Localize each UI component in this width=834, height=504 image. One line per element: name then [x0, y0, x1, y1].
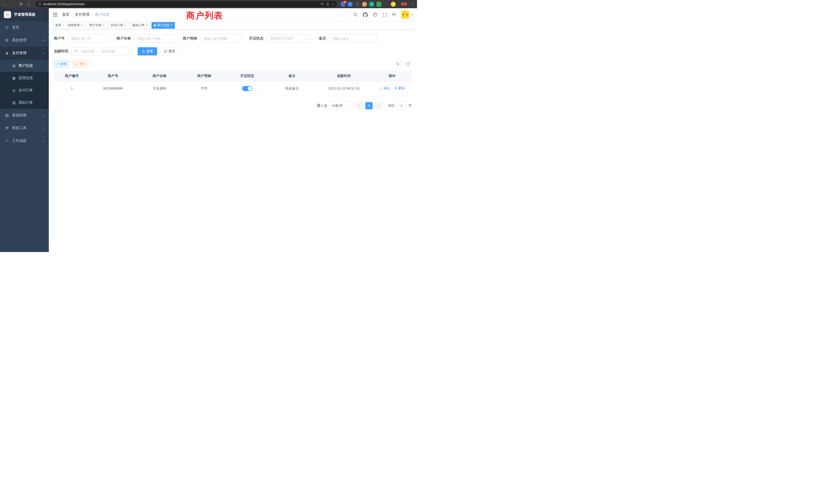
status-select[interactable]: 请选择开启状态 [266, 35, 312, 43]
tab-merchant-info[interactable]: 商户信息× [152, 22, 175, 29]
tab-label: 退款订单 [132, 23, 145, 27]
sidebar-logo[interactable]: 芋道管理系统 [0, 8, 49, 21]
user-avatar-menu[interactable] [401, 10, 413, 19]
cell-short-name: 芋艿 [183, 81, 226, 96]
browser-back-icon[interactable]: ← [3, 1, 9, 7]
extension-puzzle-icon[interactable]: 10 [341, 2, 345, 7]
breadcrumb-home[interactable]: 首页 [62, 12, 69, 17]
sidebar-item-home[interactable]: ⊙ 首页 [0, 21, 49, 34]
password-key-icon[interactable] [321, 2, 324, 6]
page-1-button[interactable]: 1 [366, 102, 373, 109]
tab-home[interactable]: 首页 [53, 22, 64, 29]
browser-reload-icon[interactable]: ↻ [18, 1, 24, 7]
edit-link[interactable]: 修改 [379, 86, 390, 91]
close-icon[interactable]: × [103, 24, 105, 27]
sidebar-item-refund-order[interactable]: ▥ 退款订单 [0, 96, 49, 109]
top-navbar: 首页 / 支付管理 / 商户信息 商户列表 ? T [49, 8, 417, 21]
sidebar-item-pay-order[interactable]: ◎ 支付订单 [0, 84, 49, 96]
bookmark-star-icon[interactable]: ☆ [331, 2, 334, 6]
page-size-select[interactable]: 10条/页 [329, 102, 354, 109]
date-end-input[interactable] [100, 49, 116, 53]
share-icon[interactable] [326, 2, 329, 6]
extension-smiley-icon[interactable] [391, 2, 396, 7]
goto-page-input[interactable] [396, 102, 407, 109]
remark-input[interactable] [329, 35, 377, 43]
refresh-table-icon[interactable] [404, 60, 412, 68]
table-header-row: 商户编号 商户号 商户全称 商户简称 开启状态 备注 创建时间 操作 [54, 71, 412, 81]
extension-icons: 10 [341, 2, 396, 7]
browser-home-icon[interactable]: ⌂ [26, 1, 32, 7]
status-toggle[interactable] [242, 86, 253, 91]
annotation-merchant-list: 商户列表 [186, 10, 223, 22]
close-icon[interactable]: × [171, 24, 173, 27]
close-icon[interactable]: × [146, 24, 148, 27]
extension-avatar-icon[interactable] [362, 2, 367, 7]
address-bar[interactable]: ⓘ localhost:1024/pay/merchant ☆ [36, 1, 337, 7]
url-text[interactable]: localhost:1024/pay/merchant [43, 2, 319, 6]
fullscreen-icon[interactable] [382, 13, 387, 17]
tab-refund-order[interactable]: 退款订单× [130, 22, 150, 29]
sidebar-item-devtools[interactable]: ⚒ 研发工具 [0, 122, 49, 135]
sidebar-item-merchant-info[interactable]: ▤ 商户信息 [0, 60, 49, 72]
merchant-icon: ▤ [12, 64, 16, 68]
col-header-merchant-no: 商户号 [90, 71, 136, 81]
col-header-status: 开启状态 [226, 71, 269, 81]
filter-remark: 备注 [319, 35, 377, 43]
filter-row-2: 创建时间 - 搜索 重置 [54, 47, 412, 55]
extension-doc-icon[interactable] [376, 2, 381, 7]
create-time-range-picker[interactable]: - [71, 47, 130, 55]
filter-label: 开启状态 [249, 36, 263, 41]
close-icon[interactable]: × [124, 24, 126, 27]
sidebar-item-system[interactable]: ⚙ 系统管理 [0, 34, 49, 47]
reset-button[interactable]: 重置 [160, 47, 179, 55]
rabbit-logo-icon [4, 11, 11, 19]
extension-dark-icon[interactable] [355, 2, 360, 7]
cell-create-time: 2021-10-23 08:31:14 [315, 81, 373, 96]
next-page-button[interactable] [375, 102, 382, 109]
page-info-icon[interactable]: ⓘ [38, 2, 41, 6]
toggle-search-icon[interactable] [394, 60, 401, 68]
github-icon[interactable] [363, 12, 368, 17]
tab-pay-order[interactable]: 支付订单× [108, 22, 128, 29]
search-button[interactable]: 搜索 [138, 47, 157, 55]
chrome-menu-icon[interactable]: ⋮ [411, 2, 414, 6]
search-icon[interactable] [353, 13, 358, 17]
full-name-input[interactable] [134, 35, 176, 43]
plus-icon: + [57, 62, 59, 66]
prev-page-button[interactable] [356, 102, 363, 109]
sidebar: 芋道管理系统 ⊙ 首页 ⚙ 系统管理 ¥ 支付管理 ▤ 商户信息 [0, 8, 49, 252]
export-button[interactable]: 导出 [72, 60, 89, 68]
delete-link[interactable]: 删除 [394, 86, 405, 91]
sidebar-item-app-info[interactable]: ▦ 应用信息 [0, 72, 49, 84]
sidebar-item-infrastructure[interactable]: ▧ 基础设施 [0, 109, 49, 122]
refresh-icon [164, 50, 167, 53]
sidebar-toggle-icon[interactable] [53, 13, 58, 17]
help-icon[interactable]: ? [373, 12, 377, 17]
chrome-update-button[interactable]: 更新 [401, 2, 407, 6]
date-start-input[interactable] [79, 49, 96, 53]
sidebar-item-label: 商户信息 [19, 63, 33, 68]
goto-suffix-label: 页 [409, 104, 412, 108]
extension-location-icon[interactable] [348, 2, 353, 7]
filter-merchant-no: 商户号 [54, 35, 109, 43]
tab-process-form[interactable]: 流程表单× [65, 22, 85, 29]
svg-text:?: ? [374, 13, 376, 16]
page-size-value: 10条/页 [332, 104, 343, 108]
merchant-no-input[interactable] [68, 35, 109, 43]
breadcrumb-payment[interactable]: 支付管理 [75, 12, 89, 17]
browser-forward-icon[interactable]: → [10, 1, 17, 7]
extension-grammarly-icon[interactable] [369, 2, 374, 7]
tab-user-group[interactable]: 用户分组× [87, 22, 107, 29]
close-icon[interactable]: × [81, 24, 83, 27]
filter-label: 商户全称 [116, 36, 131, 41]
cell-id: 1 [54, 81, 90, 96]
filter-label: 商户简称 [183, 36, 197, 41]
sidebar-item-workflow[interactable]: ⚐ 工作流程 [0, 135, 49, 147]
dashboard-icon: ⊙ [5, 25, 9, 30]
pay-order-icon: ◎ [12, 88, 16, 92]
add-button[interactable]: + 新增 [54, 60, 69, 68]
font-size-icon[interactable]: TT [392, 13, 396, 17]
short-name-input[interactable] [200, 35, 242, 43]
extension-pinwheel-icon[interactable] [383, 2, 389, 7]
sidebar-item-payment[interactable]: ¥ 支付管理 [0, 47, 49, 60]
